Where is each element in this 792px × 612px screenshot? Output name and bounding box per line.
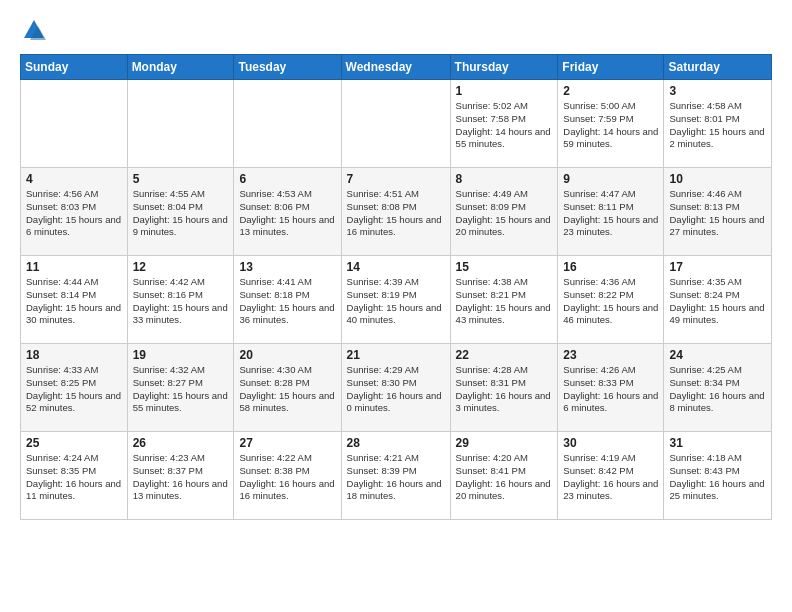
- day-info: Sunrise: 4:56 AM Sunset: 8:03 PM Dayligh…: [26, 188, 122, 239]
- calendar-cell: 18Sunrise: 4:33 AM Sunset: 8:25 PM Dayli…: [21, 344, 128, 432]
- weekday-header: Monday: [127, 55, 234, 80]
- day-info: Sunrise: 4:44 AM Sunset: 8:14 PM Dayligh…: [26, 276, 122, 327]
- weekday-header: Thursday: [450, 55, 558, 80]
- calendar-cell: 16Sunrise: 4:36 AM Sunset: 8:22 PM Dayli…: [558, 256, 664, 344]
- day-info: Sunrise: 4:46 AM Sunset: 8:13 PM Dayligh…: [669, 188, 766, 239]
- calendar-week-row: 4Sunrise: 4:56 AM Sunset: 8:03 PM Daylig…: [21, 168, 772, 256]
- calendar-cell: 24Sunrise: 4:25 AM Sunset: 8:34 PM Dayli…: [664, 344, 772, 432]
- calendar-cell: 14Sunrise: 4:39 AM Sunset: 8:19 PM Dayli…: [341, 256, 450, 344]
- calendar-cell: 4Sunrise: 4:56 AM Sunset: 8:03 PM Daylig…: [21, 168, 128, 256]
- day-number: 18: [26, 348, 122, 362]
- day-number: 14: [347, 260, 445, 274]
- day-info: Sunrise: 5:00 AM Sunset: 7:59 PM Dayligh…: [563, 100, 658, 151]
- day-number: 9: [563, 172, 658, 186]
- calendar-cell: 11Sunrise: 4:44 AM Sunset: 8:14 PM Dayli…: [21, 256, 128, 344]
- day-info: Sunrise: 4:24 AM Sunset: 8:35 PM Dayligh…: [26, 452, 122, 503]
- calendar-cell: 2Sunrise: 5:00 AM Sunset: 7:59 PM Daylig…: [558, 80, 664, 168]
- day-number: 15: [456, 260, 553, 274]
- calendar-cell: 26Sunrise: 4:23 AM Sunset: 8:37 PM Dayli…: [127, 432, 234, 520]
- calendar-cell: 6Sunrise: 4:53 AM Sunset: 8:06 PM Daylig…: [234, 168, 341, 256]
- calendar-cell: 19Sunrise: 4:32 AM Sunset: 8:27 PM Dayli…: [127, 344, 234, 432]
- day-info: Sunrise: 4:42 AM Sunset: 8:16 PM Dayligh…: [133, 276, 229, 327]
- calendar-cell: 31Sunrise: 4:18 AM Sunset: 8:43 PM Dayli…: [664, 432, 772, 520]
- weekday-header: Sunday: [21, 55, 128, 80]
- page: SundayMondayTuesdayWednesdayThursdayFrid…: [0, 0, 792, 612]
- day-info: Sunrise: 4:36 AM Sunset: 8:22 PM Dayligh…: [563, 276, 658, 327]
- day-number: 28: [347, 436, 445, 450]
- calendar-cell: 30Sunrise: 4:19 AM Sunset: 8:42 PM Dayli…: [558, 432, 664, 520]
- calendar-week-row: 11Sunrise: 4:44 AM Sunset: 8:14 PM Dayli…: [21, 256, 772, 344]
- calendar-cell: 12Sunrise: 4:42 AM Sunset: 8:16 PM Dayli…: [127, 256, 234, 344]
- day-number: 25: [26, 436, 122, 450]
- day-info: Sunrise: 4:30 AM Sunset: 8:28 PM Dayligh…: [239, 364, 335, 415]
- calendar-week-row: 1Sunrise: 5:02 AM Sunset: 7:58 PM Daylig…: [21, 80, 772, 168]
- day-info: Sunrise: 4:26 AM Sunset: 8:33 PM Dayligh…: [563, 364, 658, 415]
- calendar-cell: 27Sunrise: 4:22 AM Sunset: 8:38 PM Dayli…: [234, 432, 341, 520]
- day-number: 4: [26, 172, 122, 186]
- calendar-cell: 25Sunrise: 4:24 AM Sunset: 8:35 PM Dayli…: [21, 432, 128, 520]
- calendar-cell: 22Sunrise: 4:28 AM Sunset: 8:31 PM Dayli…: [450, 344, 558, 432]
- calendar-cell: 8Sunrise: 4:49 AM Sunset: 8:09 PM Daylig…: [450, 168, 558, 256]
- day-number: 7: [347, 172, 445, 186]
- day-info: Sunrise: 4:20 AM Sunset: 8:41 PM Dayligh…: [456, 452, 553, 503]
- day-info: Sunrise: 4:53 AM Sunset: 8:06 PM Dayligh…: [239, 188, 335, 239]
- calendar-cell: [341, 80, 450, 168]
- day-number: 16: [563, 260, 658, 274]
- calendar-cell: [127, 80, 234, 168]
- logo-icon: [20, 16, 48, 44]
- calendar-cell: 10Sunrise: 4:46 AM Sunset: 8:13 PM Dayli…: [664, 168, 772, 256]
- calendar-week-row: 18Sunrise: 4:33 AM Sunset: 8:25 PM Dayli…: [21, 344, 772, 432]
- calendar-table: SundayMondayTuesdayWednesdayThursdayFrid…: [20, 54, 772, 520]
- day-number: 6: [239, 172, 335, 186]
- day-number: 23: [563, 348, 658, 362]
- day-number: 20: [239, 348, 335, 362]
- day-info: Sunrise: 5:02 AM Sunset: 7:58 PM Dayligh…: [456, 100, 553, 151]
- calendar-cell: 23Sunrise: 4:26 AM Sunset: 8:33 PM Dayli…: [558, 344, 664, 432]
- day-number: 11: [26, 260, 122, 274]
- weekday-header: Saturday: [664, 55, 772, 80]
- day-number: 31: [669, 436, 766, 450]
- day-info: Sunrise: 4:23 AM Sunset: 8:37 PM Dayligh…: [133, 452, 229, 503]
- day-info: Sunrise: 4:41 AM Sunset: 8:18 PM Dayligh…: [239, 276, 335, 327]
- day-number: 12: [133, 260, 229, 274]
- day-info: Sunrise: 4:35 AM Sunset: 8:24 PM Dayligh…: [669, 276, 766, 327]
- calendar-cell: [21, 80, 128, 168]
- day-info: Sunrise: 4:58 AM Sunset: 8:01 PM Dayligh…: [669, 100, 766, 151]
- day-number: 5: [133, 172, 229, 186]
- day-number: 24: [669, 348, 766, 362]
- calendar-cell: 7Sunrise: 4:51 AM Sunset: 8:08 PM Daylig…: [341, 168, 450, 256]
- calendar-cell: 28Sunrise: 4:21 AM Sunset: 8:39 PM Dayli…: [341, 432, 450, 520]
- day-number: 10: [669, 172, 766, 186]
- calendar-cell: 20Sunrise: 4:30 AM Sunset: 8:28 PM Dayli…: [234, 344, 341, 432]
- calendar-cell: 17Sunrise: 4:35 AM Sunset: 8:24 PM Dayli…: [664, 256, 772, 344]
- day-info: Sunrise: 4:18 AM Sunset: 8:43 PM Dayligh…: [669, 452, 766, 503]
- day-number: 26: [133, 436, 229, 450]
- day-number: 13: [239, 260, 335, 274]
- day-info: Sunrise: 4:49 AM Sunset: 8:09 PM Dayligh…: [456, 188, 553, 239]
- calendar-cell: 15Sunrise: 4:38 AM Sunset: 8:21 PM Dayli…: [450, 256, 558, 344]
- day-number: 8: [456, 172, 553, 186]
- day-number: 27: [239, 436, 335, 450]
- day-info: Sunrise: 4:39 AM Sunset: 8:19 PM Dayligh…: [347, 276, 445, 327]
- day-number: 29: [456, 436, 553, 450]
- header: [20, 16, 772, 44]
- day-number: 3: [669, 84, 766, 98]
- day-info: Sunrise: 4:38 AM Sunset: 8:21 PM Dayligh…: [456, 276, 553, 327]
- day-number: 22: [456, 348, 553, 362]
- weekday-header: Wednesday: [341, 55, 450, 80]
- day-info: Sunrise: 4:33 AM Sunset: 8:25 PM Dayligh…: [26, 364, 122, 415]
- day-info: Sunrise: 4:32 AM Sunset: 8:27 PM Dayligh…: [133, 364, 229, 415]
- day-info: Sunrise: 4:28 AM Sunset: 8:31 PM Dayligh…: [456, 364, 553, 415]
- day-info: Sunrise: 4:19 AM Sunset: 8:42 PM Dayligh…: [563, 452, 658, 503]
- day-info: Sunrise: 4:51 AM Sunset: 8:08 PM Dayligh…: [347, 188, 445, 239]
- day-info: Sunrise: 4:47 AM Sunset: 8:11 PM Dayligh…: [563, 188, 658, 239]
- logo: [20, 16, 52, 44]
- calendar-cell: [234, 80, 341, 168]
- calendar-cell: 21Sunrise: 4:29 AM Sunset: 8:30 PM Dayli…: [341, 344, 450, 432]
- calendar-cell: 9Sunrise: 4:47 AM Sunset: 8:11 PM Daylig…: [558, 168, 664, 256]
- day-info: Sunrise: 4:21 AM Sunset: 8:39 PM Dayligh…: [347, 452, 445, 503]
- weekday-header: Tuesday: [234, 55, 341, 80]
- day-info: Sunrise: 4:25 AM Sunset: 8:34 PM Dayligh…: [669, 364, 766, 415]
- weekday-header: Friday: [558, 55, 664, 80]
- day-number: 2: [563, 84, 658, 98]
